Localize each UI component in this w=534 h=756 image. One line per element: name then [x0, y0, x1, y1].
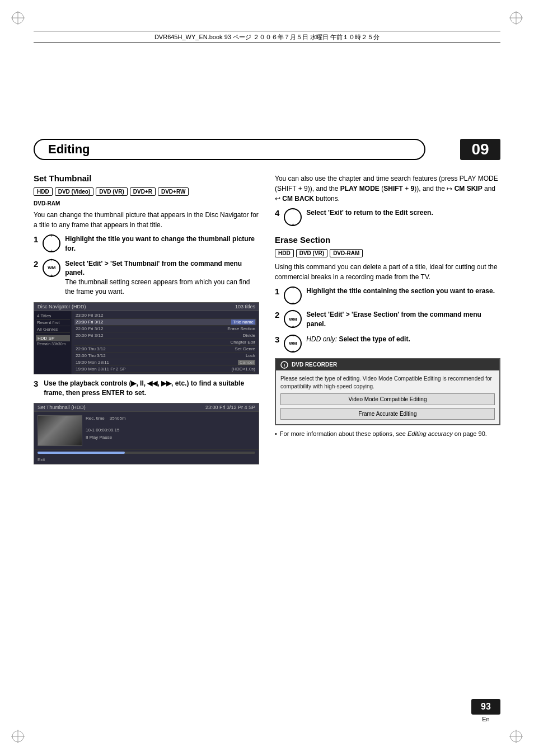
right-para1-shift: SHIFT: [383, 185, 403, 192]
badge-dvd-video: DVD (Video): [55, 187, 94, 196]
ss1-sidebar: 4 Titles Recent first All Genres HDD SP …: [34, 311, 72, 374]
right-step2-text: Select 'Edit' > 'Erase Section' from the…: [306, 310, 500, 329]
ss1-row3: 22:00 Fri 3/12Erase Section: [74, 326, 256, 332]
ss1-header-right: 103 titles: [235, 304, 255, 309]
bullet-end: on page 90.: [455, 430, 487, 437]
right-step2-icon: + WM +: [284, 310, 302, 328]
right-step1-text: Highlight the title containing the secti…: [306, 287, 495, 296]
right-step3-italic: HDD only:: [306, 335, 337, 343]
ss2-header-text: Set Thumbnail (HDD): [38, 405, 86, 410]
step4: 4 + + Select 'Exit' to return to the Edi…: [275, 208, 500, 226]
ss1-row5: Chapter Edit: [74, 339, 256, 346]
step1-text: Highlight the title you want to change t…: [65, 234, 259, 253]
right-step3-number: 3: [275, 335, 279, 344]
info-icon: i: [280, 361, 288, 369]
reg-mark-bl: [10, 729, 26, 746]
ss1-remain: Remain 33h30m: [36, 341, 70, 346]
step2: 2 + WM + Select 'Edit' > 'Set Thumbnail'…: [34, 259, 259, 297]
ss2-header: Set Thumbnail (HDD) 23:00 Fri 3/12 Pr 4 …: [34, 403, 259, 412]
ss1-sidebar-4titles: 4 Titles: [36, 313, 70, 320]
ss2-info: Rec. time 35h05m 10-1 00:08:09.15 II Pla…: [86, 415, 126, 446]
progress-fill: [38, 452, 125, 454]
step2-number: 2: [34, 259, 38, 269]
right-para1-playmode: PLAY MODE: [340, 185, 380, 192]
step1-icon: + +: [43, 234, 60, 252]
dvd-btn-video-mode[interactable]: Video Mode Compatible Editing: [280, 393, 495, 405]
dvd-dialog-header: i DVD RECORDER: [276, 359, 499, 370]
dvd-dialog-body: Please select the type of editing. Video…: [276, 370, 499, 424]
set-thumbnail-screenshot: Set Thumbnail (HDD) 23:00 Fri 3/12 Pr 4 …: [34, 403, 259, 464]
ss1-main: 23:00 Fri 3/12 23:00 Fri 3/12Title name …: [72, 311, 259, 374]
page-title-text: Editing: [48, 142, 90, 157]
badge-dvdprw: DVD+RW: [158, 187, 189, 196]
ss1-row7: 22:00 Thu 3/12Lock: [74, 353, 256, 359]
progress-bar: [38, 452, 255, 454]
chapter-number: 09: [471, 140, 489, 158]
page-footer: 93 En: [471, 699, 500, 722]
ss1-sidebar-recent: Recent first: [36, 320, 70, 326]
reg-mark-tl: [10, 10, 26, 27]
ss2-time-info: 23:00 Fri 3/12 Pr 4 SP: [205, 405, 255, 410]
step2-subtext: The thumbnail setting screen appears fro…: [65, 278, 250, 295]
right-step3-text: HDD only: Select the type of edit.: [306, 335, 410, 344]
reg-mark-tr: [508, 10, 524, 27]
left-column: Set Thumbnail HDD DVD (Video) DVD (VR) D…: [34, 173, 259, 469]
ss1-row2: 23:00 Fri 3/12Title name: [74, 319, 256, 326]
sub-badge-dvdram: DVD-RAM: [34, 200, 259, 206]
badge2-dvd-vr: DVD (VR): [296, 249, 327, 257]
compat-badges-1: HDD DVD (Video) DVD (VR) DVD+R DVD+RW: [34, 187, 259, 196]
badge2-hdd: HDD: [275, 249, 294, 257]
ss1-row4: 20:00 Fri 3/12Divide: [74, 332, 256, 339]
step1: 1 + + Highlight the title you want to ch…: [34, 234, 259, 253]
step4-icon: + +: [284, 208, 302, 226]
right-cm-icon: ↩: [275, 195, 280, 203]
ss1-row9: 19:00 Mon 28/11 Fr 2 SP(HDD<1.0s): [74, 366, 256, 373]
ss2-status: II Play Pause: [86, 434, 126, 442]
ss2-rec-label: Rec. time 35h05m: [86, 415, 126, 422]
ss2-position: 10-1 00:08:09.15: [86, 427, 126, 434]
bullet-dot: •: [275, 430, 277, 438]
section2-heading: Erase Section: [275, 235, 500, 245]
header-bar: DVR645H_WY_EN.book 93 ページ ２００６年７月５日 水曜日 …: [34, 31, 500, 43]
page-number: 93: [481, 702, 491, 712]
page-title: Editing: [34, 139, 425, 160]
bullet-text: For more information about these options…: [280, 430, 487, 438]
disc-navigator-screenshot: Disc Navigator (HDD) 103 titles 4 Titles…: [34, 302, 259, 374]
step4-number: 4: [275, 208, 279, 218]
section2-intro: Using this command you can delete a part…: [275, 262, 500, 282]
step2-text: Select 'Edit' > 'Set Thumbnail' from the…: [65, 259, 259, 297]
badge-dvdpr: DVD+R: [130, 187, 156, 196]
ss1-body: 4 Titles Recent first All Genres HDD SP …: [34, 311, 259, 374]
badge-hdd: HDD: [34, 187, 53, 196]
ss2-bottom: [34, 449, 259, 456]
right-para1-nine: 9: [411, 185, 415, 192]
ss2-body: Rec. time 35h05m 10-1 00:08:09.15 II Pla…: [34, 412, 259, 449]
ss1-hdd-label: HDD SP: [36, 335, 70, 341]
header-file-info: DVR645H_WY_EN.book 93 ページ ２００６年７月５日 水曜日 …: [154, 33, 380, 41]
dvd-btn-frame-accurate[interactable]: Frame Accurate Editing: [280, 408, 495, 420]
step4-text: Select 'Exit' to return to the Edit scre…: [306, 208, 433, 218]
page-number-box: 93: [471, 699, 500, 715]
step1-number: 1: [34, 234, 38, 244]
svg-text:i: i: [284, 363, 285, 368]
reg-mark-br: [508, 729, 524, 746]
right-para1-tail: buttons.: [316, 195, 340, 203]
right-step3: 3 + WM + HDD only: Select the type of ed…: [275, 335, 500, 353]
step3-number: 3: [34, 379, 38, 388]
badge-dvd-vr: DVD (VR): [96, 187, 127, 196]
ss1-sidebar-allgenres: All Genres: [36, 326, 70, 333]
bullet-note: • For more information about these optio…: [275, 430, 500, 438]
section1-intro: You can change the thumbnail picture tha…: [34, 210, 259, 230]
right-para1-cmskip: CM SKIP: [455, 185, 483, 192]
dvd-recorder-dialog: i DVD RECORDER Please select the type of…: [275, 358, 500, 425]
ss1-header: Disc Navigator (HDD) 103 titles: [34, 303, 259, 311]
dvd-dialog-text: Please select the type of editing. Video…: [280, 375, 492, 389]
right-para1-and: and: [484, 185, 495, 192]
chapter-number-box: 09: [460, 139, 500, 160]
content-area: Set Thumbnail HDD DVD (Video) DVD (VR) D…: [34, 173, 500, 469]
badge2-dvdram: DVD-RAM: [330, 249, 363, 257]
right-step3-icon: + WM +: [284, 335, 302, 353]
ss2-preview: [38, 415, 82, 446]
ss1-row6: 22:00 Thu 3/12Set Genre: [74, 346, 256, 353]
right-step2: 2 + WM + Select 'Edit' > 'Erase Section'…: [275, 310, 500, 329]
